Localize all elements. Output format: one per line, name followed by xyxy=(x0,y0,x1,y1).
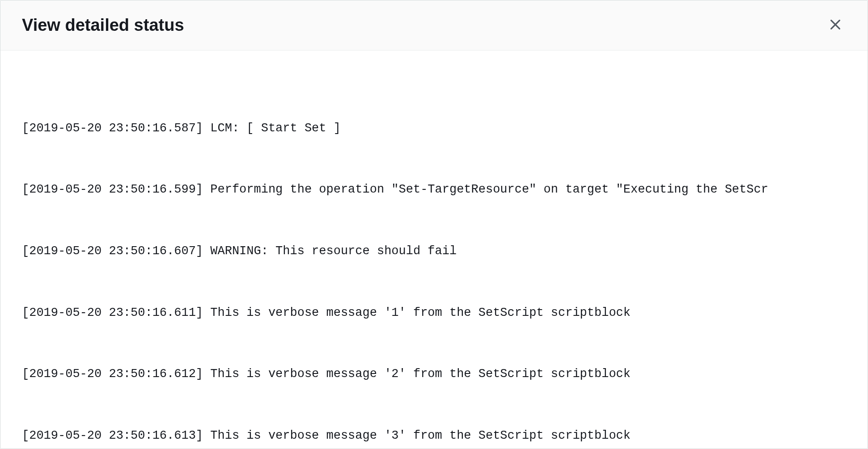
log-line: [2019-05-20 23:50:16.613] This is verbos… xyxy=(22,426,846,446)
modal-header: View detailed status xyxy=(0,0,868,50)
log-line: [2019-05-20 23:50:16.599] Performing the… xyxy=(22,180,846,200)
log-line: [2019-05-20 23:50:16.612] This is verbos… xyxy=(22,364,846,385)
close-button[interactable] xyxy=(825,14,846,37)
log-output: [2019-05-20 23:50:16.587] LCM: [ Start S… xyxy=(22,77,846,449)
modal-body: [2019-05-20 23:50:16.587] LCM: [ Start S… xyxy=(0,50,868,449)
log-line: [2019-05-20 23:50:16.587] LCM: [ Start S… xyxy=(22,118,846,139)
detailed-status-modal: View detailed status [2019-05-20 23:50:1… xyxy=(0,0,868,449)
log-line: [2019-05-20 23:50:16.611] This is verbos… xyxy=(22,303,846,323)
modal-title: View detailed status xyxy=(22,16,184,35)
close-icon xyxy=(828,17,843,33)
log-line: [2019-05-20 23:50:16.607] WARNING: This … xyxy=(22,241,846,262)
